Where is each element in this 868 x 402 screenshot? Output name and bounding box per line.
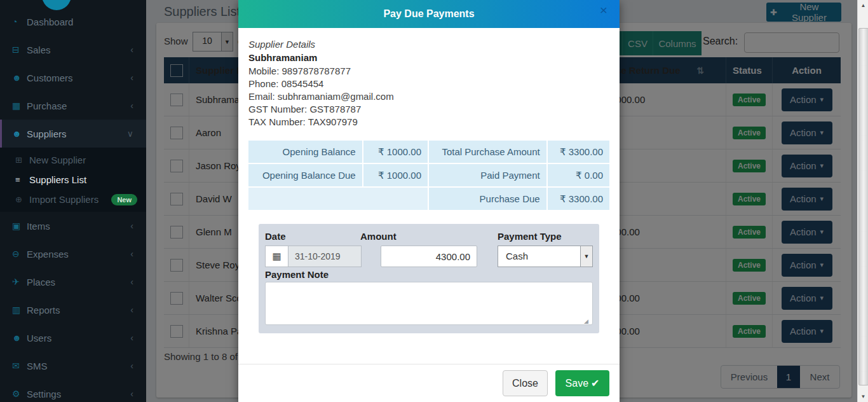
sidebar-item-places[interactable]: ✈ Places ‹ xyxy=(0,268,146,296)
total-purchase-amount-value: ₹ 3300.00 xyxy=(548,141,609,163)
chevron-left-icon: ‹ xyxy=(130,277,133,287)
bar-chart-icon: ▥ xyxy=(12,305,27,315)
close-icon[interactable]: × xyxy=(596,2,611,18)
sidebar-item-label: New Supplier xyxy=(29,155,86,165)
supplier-mobile: Mobile: 9897878787877 xyxy=(248,66,351,76)
app-window: ◔ Dashboard ⊟ Sales ‹ ☻ Customers ‹ ▦ Pu… xyxy=(0,0,868,402)
sidebar-item-new-supplier[interactable]: ⊞ New Supplier xyxy=(0,150,146,170)
chevron-left-icon: ‹ xyxy=(130,305,133,315)
sidebar-item-label: Suppliers List xyxy=(29,174,86,185)
arrow-circle-icon: ⊕ xyxy=(15,195,29,204)
sidebar-item-expenses[interactable]: ⊖ Expenses ‹ xyxy=(0,240,146,268)
modal-footer: Close Save ✔ xyxy=(238,364,620,402)
sidebar-item-dashboard[interactable]: ◔ Dashboard xyxy=(0,8,146,36)
sidebar-item-label: Import Suppliers xyxy=(29,194,98,205)
chevron-down-icon: ∨ xyxy=(127,128,133,139)
supplier-name: Subhramaniam xyxy=(248,52,317,63)
payment-type-select[interactable]: Cash ▼ xyxy=(498,246,593,267)
plus-square-icon: ⊞ xyxy=(15,155,29,165)
cart-icon: ⊟ xyxy=(12,45,27,55)
supplier-email: Email: subhramaniam@gmail.com xyxy=(248,91,394,102)
chevron-left-icon: ‹ xyxy=(130,389,133,399)
select-caret-icon: ▼ xyxy=(580,246,592,267)
opening-balance-label: Opening Balance xyxy=(248,141,362,163)
sidebar-item-label: Expenses xyxy=(27,249,69,260)
suppliers-submenu: ⊞ New Supplier ≡ Suppliers List ⊕ Import… xyxy=(0,148,146,212)
sidebar-item-label: Sales xyxy=(27,45,51,55)
payment-form-panel: Date Amount Payment Type ▦ Cash ▼ Paymen… xyxy=(259,224,599,333)
payment-note-label: Payment Note xyxy=(265,269,329,280)
sidebar-item-purchase[interactable]: ▦ Purchase ‹ xyxy=(0,92,146,120)
close-button[interactable]: Close xyxy=(503,370,548,396)
dashboard-icon: ◔ xyxy=(12,17,27,27)
scroll-down-icon[interactable]: ▼ xyxy=(858,391,868,402)
sidebar-item-suppliers-list[interactable]: ≡ Suppliers List xyxy=(0,170,146,190)
supplier-phone: Phone: 08545454 xyxy=(248,78,323,89)
pay-due-payments-modal: Pay Due Payments × Supplier Details Subh… xyxy=(238,0,620,402)
person-plus-icon: ☻ xyxy=(12,128,27,139)
amount-label: Amount xyxy=(360,231,397,242)
supplier-tax: TAX Number: TAX907979 xyxy=(248,116,358,127)
payment-type-value: Cash xyxy=(498,246,580,267)
sidebar-item-import-suppliers[interactable]: ⊕ Import Suppliers New xyxy=(0,190,146,209)
gear-icon: ⚙ xyxy=(12,389,27,399)
sidebar-item-label: Settings xyxy=(27,389,61,399)
supplier-gst: GST Number: GST878787 xyxy=(248,104,361,114)
paper-plane-icon: ✈ xyxy=(12,277,27,287)
amount-input[interactable] xyxy=(381,246,477,267)
sidebar-item-users[interactable]: ☻ Users ‹ xyxy=(0,324,146,352)
chevron-left-icon: ‹ xyxy=(130,100,133,111)
vertical-scrollbar[interactable]: ▲ ▼ xyxy=(857,0,868,402)
sidebar-item-sms[interactable]: ✉ SMS ‹ xyxy=(0,352,146,380)
chevron-left-icon: ‹ xyxy=(130,333,133,343)
date-field-group: ▦ xyxy=(265,246,362,267)
supplier-details-heading: Supplier Details xyxy=(248,39,315,50)
chevron-left-icon: ‹ xyxy=(130,73,133,83)
chevron-left-icon: ‹ xyxy=(130,249,133,259)
chevron-left-icon: ‹ xyxy=(130,45,133,55)
sidebar-item-label: Items xyxy=(27,221,50,232)
modal-header: Pay Due Payments × xyxy=(238,0,620,28)
cubes-icon: ▣ xyxy=(12,221,27,231)
envelope-icon: ✉ xyxy=(12,361,27,371)
sidebar-item-customers[interactable]: ☻ Customers ‹ xyxy=(0,64,146,92)
users-icon: ☻ xyxy=(12,333,27,343)
opening-balance-due-label: Opening Balance Due xyxy=(248,164,362,186)
sidebar-item-label: Users xyxy=(27,333,51,343)
resize-grip-icon: ◢ xyxy=(584,318,588,324)
scroll-up-icon[interactable]: ▲ xyxy=(858,0,868,11)
chevron-left-icon: ‹ xyxy=(130,221,133,231)
sidebar-item-sales[interactable]: ⊟ Sales ‹ xyxy=(0,36,146,64)
sidebar-item-reports[interactable]: ▥ Reports ‹ xyxy=(0,296,146,324)
sidebar-item-label: Purchase xyxy=(27,100,67,111)
save-button[interactable]: Save ✔ xyxy=(555,370,609,396)
sidebar-item-label: Suppliers xyxy=(27,128,67,139)
opening-balance-value: ₹ 1000.00 xyxy=(363,141,428,163)
paid-payment-label: Paid Payment xyxy=(429,164,546,186)
empty-cell xyxy=(248,188,428,210)
sidebar-item-suppliers[interactable]: ☻ Suppliers ∨ xyxy=(0,120,146,148)
purchase-due-value: ₹ 3300.00 xyxy=(548,188,609,210)
sidebar-item-label: Dashboard xyxy=(27,17,73,27)
sidebar-item-label: Customers xyxy=(27,73,73,83)
sidebar-item-items[interactable]: ▣ Items ‹ xyxy=(0,212,146,240)
sidebar-item-label: Places xyxy=(27,277,55,288)
modal-title: Pay Due Payments xyxy=(238,0,620,28)
minus-circle-icon: ⊖ xyxy=(12,249,27,259)
sidebar-item-label: SMS xyxy=(27,361,48,371)
date-label: Date xyxy=(265,231,286,242)
payment-note-textarea[interactable] xyxy=(265,282,593,325)
sidebar: ◔ Dashboard ⊟ Sales ‹ ☻ Customers ‹ ▦ Pu… xyxy=(0,0,146,402)
grid-icon: ▦ xyxy=(12,100,27,111)
date-input[interactable] xyxy=(288,246,362,267)
calendar-icon[interactable]: ▦ xyxy=(265,246,288,267)
paid-payment-value: ₹ 0.00 xyxy=(548,164,609,186)
check-icon: ✔ xyxy=(591,377,599,389)
balance-table: Opening Balance ₹ 1000.00 Total Purchase… xyxy=(248,141,609,211)
purchase-due-label: Purchase Due xyxy=(429,188,546,210)
new-badge: New xyxy=(111,194,137,205)
sidebar-item-settings[interactable]: ⚙ Settings ‹ xyxy=(0,380,146,402)
total-purchase-amount-label: Total Purchase Amount xyxy=(429,141,546,163)
chevron-left-icon: ‹ xyxy=(130,361,133,371)
scrollbar-thumb[interactable] xyxy=(858,28,868,385)
